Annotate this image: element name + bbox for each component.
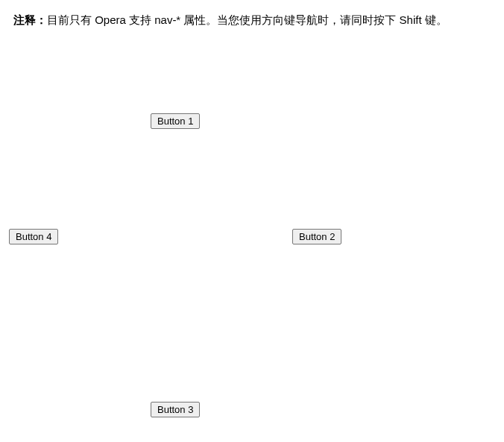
button-1[interactable]: Button 1 xyxy=(151,113,200,129)
note-prefix: 注释： xyxy=(13,13,47,26)
note-text: 目前只有 Opera 支持 nav-* 属性。当您使用方向键导航时，请同时按下 … xyxy=(47,13,447,26)
button-3[interactable]: Button 3 xyxy=(151,402,200,417)
button-2[interactable]: Button 2 xyxy=(292,229,341,244)
button-4[interactable]: Button 4 xyxy=(9,229,58,244)
note-paragraph: 注释：目前只有 Opera 支持 nav-* 属性。当您使用方向键导航时，请同时… xyxy=(13,12,447,28)
